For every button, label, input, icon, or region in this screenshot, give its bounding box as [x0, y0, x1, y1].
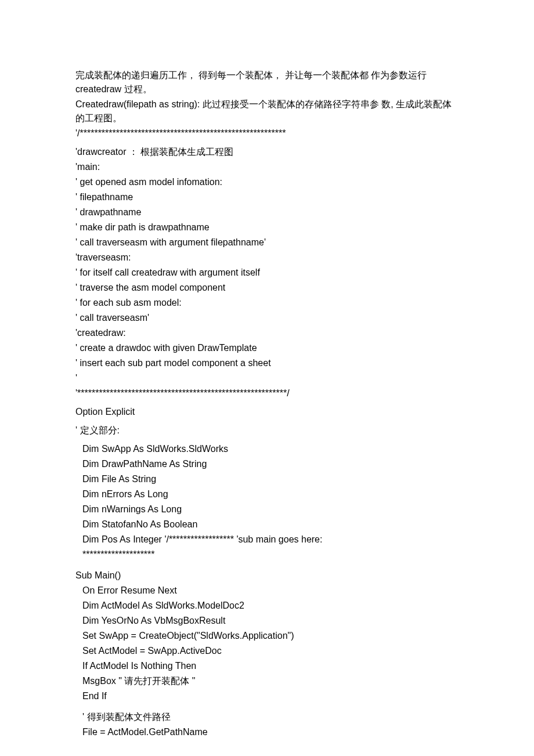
code-line: Sub Main() — [75, 569, 459, 583]
code-comment-line: ' 得到装配体文件路径 — [75, 710, 459, 724]
code-line: File = ActModel.GetPathName — [75, 725, 459, 739]
code-comment-line: 'traverseasm: — [75, 251, 459, 265]
code-comment-line: ' 定义部分: — [75, 424, 459, 437]
code-comment-line: ' filepathname — [75, 190, 459, 204]
code-line: Dim SwApp As SldWorks.SldWorks — [75, 442, 459, 456]
code-line: Dim File As String — [75, 472, 459, 486]
code-line: Dim nErrors As Long — [75, 487, 459, 501]
code-line: Set SwApp = CreateObject("SldWorks.Appli… — [75, 629, 459, 643]
code-line: End If — [75, 689, 459, 703]
code-line: Dim StatofanNo As Boolean — [75, 518, 459, 531]
code-comment-line: ' for each sub asm model: — [75, 296, 459, 310]
spacer — [75, 704, 459, 710]
code-line: On Error Resume Next — [75, 584, 459, 598]
code-line: Dim ActModel As SldWorks.ModelDoc2 — [75, 599, 459, 613]
code-comment-line: ' drawpathname — [75, 205, 459, 219]
code-line: If ActModel Is Nothing Then — [75, 659, 459, 673]
code-line: Dim Pos As Integer '/****************** … — [75, 533, 459, 547]
code-line: Dim nWarnings As Long — [75, 502, 459, 516]
code-line: ******************** — [75, 548, 459, 562]
code-comment-line: 'main: — [75, 160, 459, 174]
code-comment-line: '/**************************************… — [75, 126, 459, 140]
code-comment-line: 'drawcreator ： 根据装配体生成工程图 — [75, 145, 459, 159]
code-comment-line: 'createdraw: — [75, 326, 459, 340]
code-comment-line: ' traverse the asm model component — [75, 281, 459, 295]
document-page: 完成装配体的递归遍历工作， 得到每一个装配体， 并让每一个装配体都 作为参数运行… — [0, 0, 534, 756]
code-comment-line: ' call traverseasm with argument filepat… — [75, 236, 459, 249]
code-comment-line: ' for itself call createdraw with argume… — [75, 266, 459, 280]
code-comment-line: '***************************************… — [75, 386, 459, 400]
text-line: 完成装配体的递归遍历工作， 得到每一个装配体， 并让每一个装配体都 作为参数运行… — [75, 68, 459, 96]
code-line: Set ActModel = SwApp.ActiveDoc — [75, 644, 459, 658]
code-line: Dim DrawPathName As String — [75, 457, 459, 471]
code-line: Option Explicit — [75, 405, 459, 419]
text-line: Createdraw(filepath as string): 此过程接受一个装… — [75, 97, 459, 125]
code-line: Dim YesOrNo As VbMsgBoxResult — [75, 614, 459, 628]
code-comment-line: ' get opened asm model infomation: — [75, 175, 459, 189]
code-comment-line: ' — [75, 371, 459, 385]
code-line: MsgBox " 请先打开装配体 " — [75, 674, 459, 688]
spacer — [75, 563, 459, 569]
code-comment-line: ' insert each sub part model component a… — [75, 356, 459, 370]
code-comment-line: ' call traverseasm' — [75, 311, 459, 325]
code-comment-line: ' create a drawdoc with given DrawTempla… — [75, 341, 459, 355]
code-comment-line: ' make dir path is drawpathname — [75, 220, 459, 234]
